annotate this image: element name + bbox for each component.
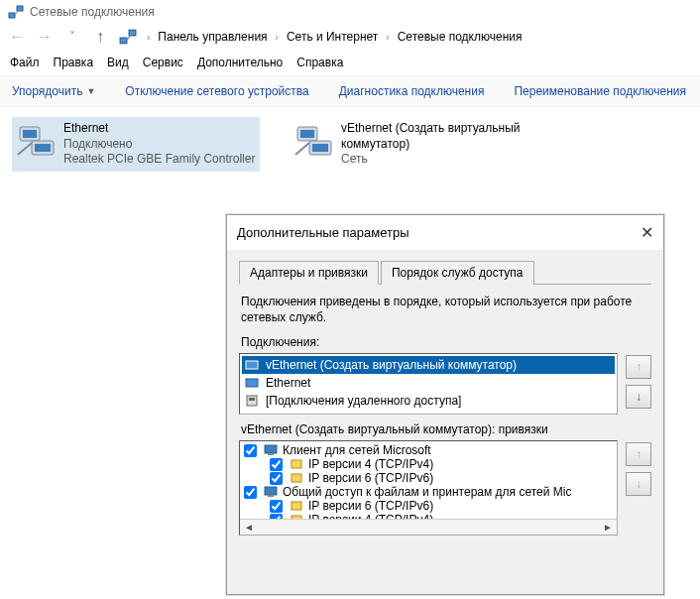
close-button[interactable]: ✕ [641,223,653,242]
svg-rect-1 [17,6,23,11]
diagnose-button[interactable]: Диагностика подключения [339,84,485,98]
tab-provider-order[interactable]: Порядок служб доступа [381,261,534,285]
svg-rect-14 [312,144,328,152]
svg-rect-12 [300,130,314,138]
binding-item[interactable]: IP версии 6 (TCP/IPv6) [242,499,615,513]
list-item-label: [Подключения удаленного доступа] [266,394,461,408]
dialog-description: Подключения приведены в порядке, который… [241,295,649,325]
binding-label: IP версии 6 (TCP/IPv6) [308,471,433,485]
organize-button[interactable]: Упорядочить ▼ [12,84,95,98]
breadcrumb[interactable]: › Панель управления › Сеть и Интернет › … [147,30,522,44]
disable-device-button[interactable]: Отключение сетевого устройства [125,84,308,98]
rename-button[interactable]: Переименование подключения [514,84,686,98]
svg-rect-9 [35,144,51,152]
scroll-right-button[interactable]: ► [601,522,615,533]
dialog-titlebar[interactable]: Дополнительные параметры ✕ [227,215,663,250]
svg-rect-17 [246,379,258,387]
ethernet-adapter-icon [16,121,56,161]
connection-detail: Realtek PCIe GBE Family Controller [63,152,255,168]
list-item-label: vEthernet (Создать виртуальный коммутато… [266,358,517,372]
binding-checkbox[interactable] [244,444,257,457]
organize-label: Упорядочить [12,84,82,98]
svg-rect-22 [292,460,301,468]
menu-tools[interactable]: Сервис [143,56,183,69]
svg-rect-0 [9,13,15,18]
menu-view[interactable]: Вид [107,56,129,69]
dialog-title: Дополнительные параметры [237,225,409,240]
svg-rect-26 [292,502,301,510]
protocol-icon [289,499,304,513]
chevron-right-icon: › [386,32,389,43]
dialup-icon [244,393,260,409]
binding-checkbox[interactable] [270,472,283,485]
connections-listbox[interactable]: vEthernet (Создать виртуальный коммутато… [239,353,618,415]
menu-advanced[interactable]: Дополнительно [197,56,283,69]
svg-rect-24 [265,487,277,495]
adapter-icon [244,375,260,391]
back-button[interactable]: ← [8,28,26,46]
list-item[interactable]: vEthernet (Создать виртуальный коммутато… [242,356,615,374]
list-item-label: Ethernet [266,376,310,390]
forward-button[interactable]: → [36,28,54,46]
breadcrumb-item[interactable]: Сеть и Интернет [287,30,378,44]
move-down-button[interactable]: ↓ [626,472,651,496]
connection-list: Ethernet Подключено Realtek PCIe GBE Fam… [0,107,700,181]
toolbar: Упорядочить ▼ Отключение сетевого устрой… [0,75,700,107]
menu-file[interactable]: Файл [10,56,40,69]
window-title: Сетевые подключения [30,5,155,19]
scroll-left-button[interactable]: ◄ [242,522,256,533]
client-icon [263,443,279,457]
move-up-button[interactable]: ↑ [626,355,651,379]
binding-checkbox[interactable] [244,486,257,499]
svg-rect-23 [292,474,301,482]
connection-name: Ethernet [63,121,255,137]
svg-rect-4 [129,30,136,36]
horizontal-scrollbar[interactable]: ◄ ► [240,519,617,535]
chevron-right-icon: › [276,32,279,43]
svg-rect-3 [120,38,127,44]
svg-rect-25 [268,495,274,497]
client-icon [263,485,279,499]
recent-dropdown[interactable]: ˅ [63,30,81,44]
binding-item[interactable]: IP версии 4 (TCP/IPv4) [242,457,615,471]
svg-rect-21 [268,453,274,455]
chevron-down-icon: ▼ [86,86,95,96]
binding-label: Общий доступ к файлам и принтерам для се… [283,485,571,499]
connection-status: Подключено [63,137,255,153]
tab-strip: Адаптеры и привязки Порядок служб доступ… [239,260,651,285]
menu-help[interactable]: Справка [296,56,343,69]
bindings-label: vEthernet (Создать виртуальный коммутато… [241,422,649,436]
breadcrumb-item[interactable]: Сетевые подключения [398,30,523,44]
network-icon [8,4,24,20]
svg-rect-7 [23,130,37,138]
move-down-button[interactable]: ↓ [626,385,651,409]
advanced-settings-dialog: Дополнительные параметры ✕ Адаптеры и пр… [226,214,664,595]
connection-status: Сеть [341,152,533,168]
binding-checkbox[interactable] [270,458,283,471]
binding-item[interactable]: Общий доступ к файлам и принтерам для се… [242,485,615,499]
chevron-right-icon: › [147,32,150,43]
svg-rect-16 [246,361,258,369]
adapter-icon [244,357,260,373]
menubar: Файл Правка Вид Сервис Дополнительно Спр… [0,50,700,75]
binding-label: IP версии 6 (TCP/IPv6) [308,499,433,513]
breadcrumb-item[interactable]: Панель управления [158,30,267,44]
list-item[interactable]: Ethernet [242,374,615,392]
ethernet-adapter-icon [293,121,333,161]
move-up-button[interactable]: ↑ [626,442,651,466]
binding-item[interactable]: IP версии 6 (TCP/IPv6) [242,471,615,485]
connection-item-ethernet[interactable]: Ethernet Подключено Realtek PCIe GBE Fam… [12,117,260,172]
binding-item[interactable]: Клиент для сетей Microsoft [242,443,615,457]
navigation-bar: ← → ˅ ↑ › Панель управления › Сеть и Инт… [0,24,700,50]
binding-label: Клиент для сетей Microsoft [283,443,431,457]
connection-item-vethernet[interactable]: vEthernet (Создать виртуальный коммутато… [290,117,537,172]
bindings-listbox[interactable]: Клиент для сетей MicrosoftIP версии 4 (T… [239,440,618,536]
protocol-icon [289,471,304,485]
list-item[interactable]: [Подключения удаленного доступа] [242,392,615,410]
binding-checkbox[interactable] [270,500,283,513]
up-button[interactable]: ↑ [91,28,109,46]
binding-label: IP версии 4 (TCP/IPv4) [308,457,433,471]
menu-edit[interactable]: Правка [54,56,94,69]
svg-line-10 [18,143,32,155]
tab-adapters[interactable]: Адаптеры и привязки [239,261,379,285]
